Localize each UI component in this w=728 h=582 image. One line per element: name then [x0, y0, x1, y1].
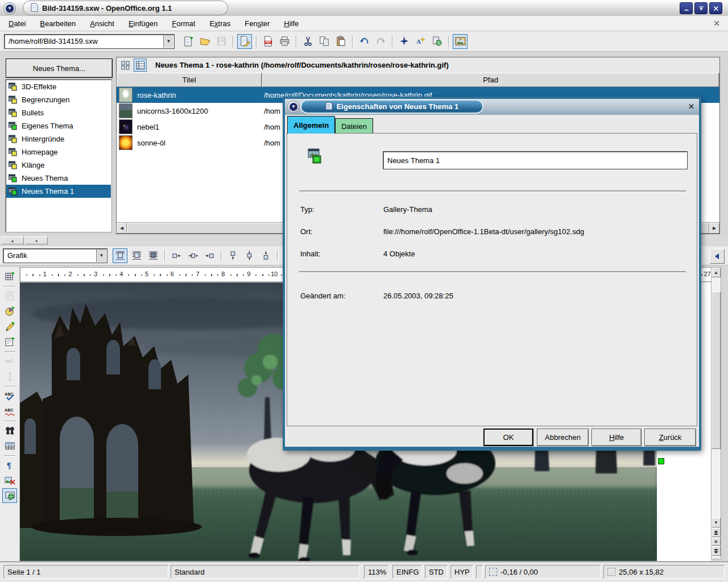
gallery-theme-bullets[interactable]: Bullets: [6, 106, 111, 119]
menu-einfugen[interactable]: Einfügen: [122, 18, 164, 30]
insert-object-button[interactable]: [2, 304, 17, 318]
edit-file-button[interactable]: [237, 34, 252, 49]
splitter-drag-handle[interactable]: ●: [25, 236, 48, 244]
align-bottom-button[interactable]: [258, 248, 273, 263]
menu-bearbeiten[interactable]: Bearbeiten: [34, 18, 82, 30]
insert-mode-toggle[interactable]: EINFG: [392, 565, 422, 579]
copy-button[interactable]: [317, 34, 332, 49]
chevron-down-icon[interactable]: ▼: [96, 250, 106, 262]
navigator-button[interactable]: [396, 34, 411, 49]
gallery-theme-klange[interactable]: Klänge: [6, 159, 111, 172]
object-size[interactable]: 25,06 x 15,82: [603, 565, 725, 579]
icon-view-button[interactable]: [119, 59, 132, 72]
draw-functions-button[interactable]: [2, 319, 17, 334]
gallery-theme-neues-thema-1[interactable]: Neues Thema 1: [6, 185, 111, 198]
center-vertical-button[interactable]: [242, 248, 257, 263]
dialog-titlebar[interactable]: ▼ Eigenschaften von Neues Thema 1 ✕: [285, 99, 699, 115]
online-layout-button[interactable]: [2, 488, 17, 503]
ok-button[interactable]: OK: [483, 429, 533, 446]
objectbar-scroll-left-button[interactable]: [710, 249, 725, 264]
theme-name-input[interactable]: Neues Thema 1: [383, 152, 687, 169]
load-url-combobox[interactable]: /home/rolf/Bild-314159.sxw ▼: [5, 35, 174, 48]
next-page-icon[interactable]: [712, 546, 721, 556]
cut-button[interactable]: [300, 34, 315, 49]
page-style-indicator[interactable]: Standard: [171, 565, 359, 579]
detail-view-button[interactable]: [134, 59, 147, 72]
cursor-position[interactable]: -0,16 / 0,00: [485, 565, 601, 579]
gallery-theme-neues-thema[interactable]: Neues Thema: [6, 172, 111, 185]
scroll-down-icon[interactable]: ▼: [712, 518, 721, 527]
form-functions-button[interactable]: [2, 334, 17, 349]
wrap-off-button[interactable]: [113, 248, 127, 263]
menu-ansicht[interactable]: Ansicht: [84, 18, 121, 30]
auto-spellcheck-button[interactable]: ABC: [2, 404, 17, 418]
autotext-button[interactable]: AB: [2, 354, 17, 368]
graphics-onoff-button[interactable]: [2, 473, 17, 488]
hyperlink-mode-toggle[interactable]: HYP: [450, 565, 473, 579]
insert-table-button[interactable]: [2, 269, 17, 284]
close-document-icon[interactable]: ✕: [713, 19, 720, 28]
selection-mode-toggle[interactable]: STD: [425, 565, 448, 579]
abbrechen-button[interactable]: Abbrechen: [537, 429, 589, 446]
wrap-through-button[interactable]: [146, 248, 160, 263]
minimize-button[interactable]: [680, 2, 693, 14]
gallery-theme-eigenes-thema[interactable]: Eigenes Thema: [6, 119, 111, 132]
hilfe-button[interactable]: Hilfe: [592, 429, 642, 446]
graphics-style-combobox[interactable]: Grafik ▼: [3, 249, 107, 263]
menu-datei[interactable]: Datei: [2, 18, 32, 30]
stylist-button[interactable]: A: [413, 34, 428, 49]
new-theme-button[interactable]: Neues Thema...: [6, 59, 113, 78]
wrap-parallel-button[interactable]: [129, 248, 144, 263]
save-icon: [216, 36, 227, 47]
data-sources-button[interactable]: [2, 438, 17, 453]
page-indicator[interactable]: Seite 1 / 1: [3, 565, 168, 579]
scroll-up-icon[interactable]: ▲: [712, 268, 721, 277]
center-horizontal-button[interactable]: [185, 248, 200, 263]
menu-format[interactable]: Format: [166, 18, 201, 30]
close-button[interactable]: [709, 2, 722, 14]
undo-button[interactable]: [357, 34, 371, 49]
dialog-close-button[interactable]: ✕: [686, 101, 697, 112]
gallery-theme-homepage[interactable]: Homepage: [6, 146, 111, 159]
new-document-button[interactable]: [181, 34, 196, 49]
navigation-dot-icon[interactable]: [712, 538, 721, 546]
spellcheck-button[interactable]: ABC: [2, 388, 17, 403]
menu-extras[interactable]: Extras: [203, 18, 237, 30]
align-top-button[interactable]: [225, 248, 240, 263]
selection-handle[interactable]: [658, 458, 664, 464]
toolbar-separator: [3, 454, 16, 458]
align-left-button[interactable]: [169, 248, 184, 263]
scroll-left-icon[interactable]: ◀: [117, 223, 127, 234]
gallery-theme-hintergrunde[interactable]: Hintergründe: [6, 132, 111, 146]
dialog-menu-button[interactable]: ▼: [287, 101, 300, 113]
scroll-right-icon[interactable]: ▶: [709, 223, 719, 234]
save-button[interactable]: [214, 34, 229, 49]
zoom-indicator[interactable]: 113%: [364, 565, 389, 579]
tab-allgemein[interactable]: Allgemein: [287, 116, 335, 134]
gallery-button[interactable]: [453, 34, 468, 49]
gallery-theme-3d-effekte[interactable]: 3D-Effekte: [6, 80, 111, 93]
window-menu-button[interactable]: ▼: [3, 2, 16, 15]
zuruck-button[interactable]: Zurück: [644, 429, 696, 446]
vertical-scrollbar[interactable]: ▲ ▼: [711, 267, 721, 559]
tab-dateien[interactable]: Dateien: [335, 118, 373, 134]
align-right-button[interactable]: [202, 248, 217, 263]
find-replace-button[interactable]: [2, 423, 17, 438]
insert-index-button[interactable]: [2, 369, 17, 384]
print-button[interactable]: [277, 34, 292, 49]
previous-page-icon[interactable]: [712, 528, 721, 537]
maximize-button[interactable]: [694, 2, 708, 14]
paste-button[interactable]: [333, 34, 348, 49]
gallery-theme-begrenzungen[interactable]: Begrenzungen: [6, 93, 111, 106]
menu-fenster[interactable]: Fenster: [238, 18, 276, 30]
menu-hilfe[interactable]: Hilfe: [278, 18, 305, 30]
scrollbar-thumb[interactable]: [712, 292, 721, 449]
splitter-collapse-handle[interactable]: ▲: [1, 236, 24, 244]
nonprinting-characters-button[interactable]: ¶: [2, 458, 17, 472]
export-pdf-button[interactable]: PDF: [260, 34, 275, 49]
hyperlink-dialog-button[interactable]: [429, 34, 444, 49]
redo-button[interactable]: [373, 34, 388, 49]
insert-fields-button[interactable]: [2, 288, 17, 303]
chevron-down-icon[interactable]: ▼: [163, 35, 173, 48]
open-button[interactable]: [197, 34, 212, 49]
